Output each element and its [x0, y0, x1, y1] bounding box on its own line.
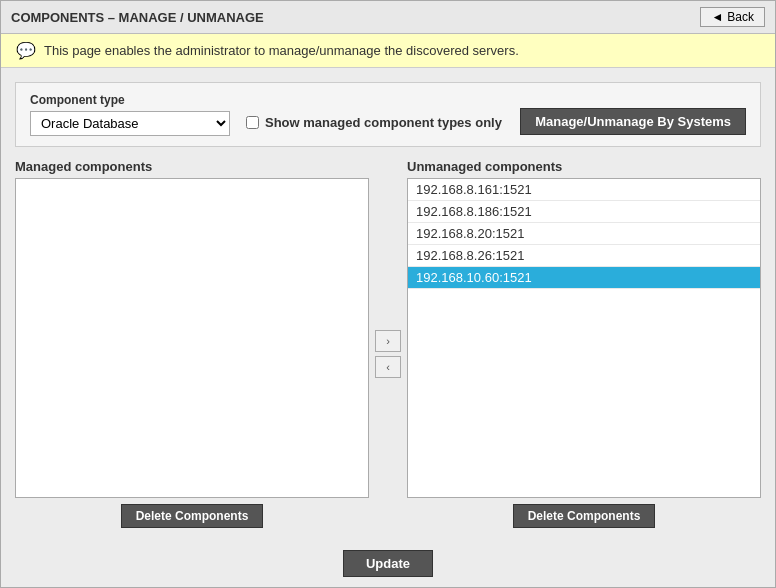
info-message: This page enables the administrator to m… — [44, 43, 519, 58]
managed-label: Managed components — [15, 159, 369, 174]
unmanaged-delete-button[interactable]: Delete Components — [513, 504, 656, 528]
show-managed-group: Show managed component types only — [246, 115, 502, 130]
main-window: COMPONENTS – MANAGE / UNMANAGE ◄ Back 💬 … — [0, 0, 776, 588]
update-button[interactable]: Update — [343, 550, 433, 577]
move-right-icon: › — [386, 335, 390, 347]
list-item[interactable]: 192.168.8.20:1521 — [408, 223, 760, 245]
managed-footer: Delete Components — [15, 498, 369, 528]
managed-delete-button[interactable]: Delete Components — [121, 504, 264, 528]
info-bar: 💬 This page enables the administrator to… — [1, 34, 775, 68]
move-left-icon: ‹ — [386, 361, 390, 373]
info-icon: 💬 — [16, 41, 36, 60]
managed-panel: Managed components Delete Components — [15, 159, 369, 528]
back-arrow-icon: ◄ — [711, 10, 723, 24]
show-managed-checkbox[interactable] — [246, 116, 259, 129]
show-managed-label: Show managed component types only — [265, 115, 502, 130]
component-type-label: Component type — [30, 93, 230, 107]
transfer-buttons-group: › ‹ — [369, 179, 407, 528]
list-item[interactable]: 192.168.8.161:1521 — [408, 179, 760, 201]
content-area: Component type Oracle Database Show mana… — [1, 68, 775, 542]
manage-unmanage-by-systems-button[interactable]: Manage/Unmanage By Systems — [520, 108, 746, 135]
lists-section: Managed components Delete Components › ‹ — [15, 159, 761, 528]
top-controls: Component type Oracle Database Show mana… — [15, 82, 761, 147]
list-item[interactable]: 192.168.8.26:1521 — [408, 245, 760, 267]
unmanaged-listbox[interactable]: 192.168.8.161:1521192.168.8.186:1521192.… — [407, 178, 761, 498]
component-type-select[interactable]: Oracle Database — [30, 111, 230, 136]
component-type-group: Component type Oracle Database — [30, 93, 230, 136]
unmanaged-panel: Unmanaged components 192.168.8.161:15211… — [407, 159, 761, 528]
list-item[interactable]: 192.168.8.186:1521 — [408, 201, 760, 223]
page-title: COMPONENTS – MANAGE / UNMANAGE — [11, 10, 264, 25]
unmanaged-label: Unmanaged components — [407, 159, 761, 174]
back-button[interactable]: ◄ Back — [700, 7, 765, 27]
title-bar: COMPONENTS – MANAGE / UNMANAGE ◄ Back — [1, 1, 775, 34]
list-item[interactable]: 192.168.10.60:1521 — [408, 267, 760, 289]
managed-listbox[interactable] — [15, 178, 369, 498]
move-right-button[interactable]: › — [375, 330, 401, 352]
bottom-bar: Update — [1, 542, 775, 587]
move-left-button[interactable]: ‹ — [375, 356, 401, 378]
unmanaged-footer: Delete Components — [407, 498, 761, 528]
